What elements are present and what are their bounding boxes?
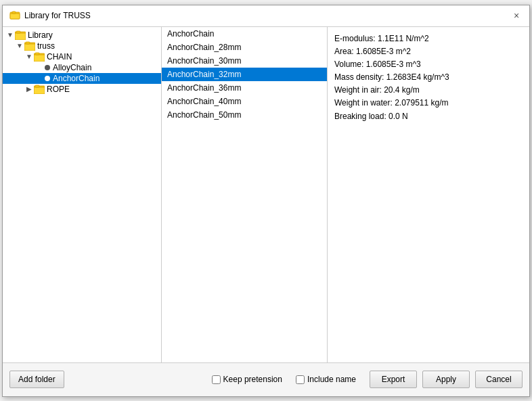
- prop-area: Area: 1.6085E-3 m^2: [334, 45, 523, 58]
- export-button[interactable]: Export: [370, 371, 417, 388]
- list-panel: AnchorChain AnchorChain_28mm AnchorChain…: [162, 27, 328, 362]
- prop-emodulus: E-modulus: 1.1E11 N/m^2: [334, 32, 523, 45]
- svg-rect-5: [16, 31, 20, 33]
- include-name-checkbox[interactable]: [296, 375, 305, 384]
- svg-rect-7: [24, 44, 35, 51]
- properties-panel: E-modulus: 1.1E11 N/m^2 Area: 1.6085E-3 …: [328, 27, 529, 362]
- list-item-anchorchain-30mm[interactable]: AnchorChain_30mm: [162, 54, 327, 68]
- folder-icon-rope: [34, 85, 45, 94]
- expander-truss[interactable]: ▼: [15, 41, 24, 51]
- dialog-title: Library for TRUSS: [24, 11, 91, 20]
- list-item-anchorchain-40mm[interactable]: AnchorChain_40mm: [162, 95, 327, 108]
- list-item-anchorchain-32mm[interactable]: AnchorChain_32mm: [162, 68, 327, 81]
- apply-button[interactable]: Apply: [422, 371, 470, 388]
- folder-icon-truss: [24, 41, 35, 51]
- folder-icon-chain: [34, 52, 45, 62]
- svg-rect-10: [34, 55, 45, 62]
- include-name-group: Include name: [296, 375, 356, 384]
- list-item-anchorchain-50mm[interactable]: AnchorChain_50mm: [162, 108, 327, 122]
- content-area: ▼ Library ▼ truss: [3, 27, 529, 362]
- svg-rect-2: [12, 11, 16, 14]
- tree-item-rope-label: ROPE: [47, 85, 70, 94]
- list-item-anchorchain-28mm[interactable]: AnchorChain_28mm: [162, 41, 327, 54]
- prop-massdensity: Mass density: 1.2683E4 kg/m^3: [334, 71, 523, 84]
- dialog-icon: [9, 10, 20, 21]
- bottom-left: Add folder: [9, 371, 64, 388]
- keep-pretension-checkbox[interactable]: [212, 375, 221, 384]
- tree-item-library-label: Library: [28, 30, 53, 40]
- prop-volume: Volume: 1.6085E-3 m^3: [334, 58, 523, 71]
- svg-rect-1: [10, 14, 20, 19]
- expander-library[interactable]: ▼: [5, 30, 15, 40]
- close-button[interactable]: ×: [510, 9, 523, 22]
- tree-item-chain[interactable]: ▼ CHAIN: [3, 51, 161, 62]
- tree-item-anchorchain-label: AnchorChain: [53, 74, 99, 83]
- include-name-label[interactable]: Include name: [307, 375, 356, 384]
- svg-rect-11: [35, 53, 39, 55]
- tree-panel: ▼ Library ▼ truss: [3, 27, 162, 362]
- tree-item-library[interactable]: ▼ Library: [3, 30, 161, 41]
- tree-item-anchorchain[interactable]: · AnchorChain: [3, 73, 161, 84]
- prop-weightair: Weight in air: 20.4 kg/m: [334, 84, 523, 97]
- list-item-anchorchain[interactable]: AnchorChain: [162, 27, 327, 41]
- svg-rect-4: [15, 33, 26, 40]
- title-bar-left: Library for TRUSS: [9, 10, 91, 21]
- bullet-anchorchain: [45, 76, 50, 81]
- prop-weightwater: Weight in water: 2.079511 kg/m: [334, 97, 523, 110]
- cancel-button[interactable]: Cancel: [475, 371, 523, 388]
- keep-pretension-label[interactable]: Keep pretension: [223, 375, 282, 384]
- prop-breakingload: Breaking load: 0.0 N: [334, 110, 523, 123]
- keep-pretension-group: Keep pretension: [212, 375, 282, 384]
- tree-item-alloychain-label: AlloyChain: [53, 63, 91, 72]
- tree-item-rope[interactable]: ▶ ROPE: [3, 84, 161, 95]
- svg-rect-14: [35, 85, 39, 87]
- title-bar: Library for TRUSS ×: [3, 5, 529, 27]
- expander-chain[interactable]: ▼: [24, 52, 34, 62]
- tree-item-alloychain[interactable]: · AlloyChain: [3, 62, 161, 73]
- add-folder-button[interactable]: Add folder: [9, 371, 64, 388]
- svg-rect-13: [34, 87, 45, 94]
- bullet-alloychain: [45, 65, 50, 70]
- bottom-right: Keep pretension Include name Export Appl…: [212, 371, 523, 388]
- tree-item-truss[interactable]: ▼ truss: [3, 41, 161, 51]
- list-item-anchorchain-36mm[interactable]: AnchorChain_36mm: [162, 81, 327, 95]
- expander-rope[interactable]: ▶: [24, 85, 34, 94]
- tree-item-truss-label: truss: [37, 41, 55, 51]
- library-dialog: Library for TRUSS × ▼ Library ▼: [2, 5, 530, 397]
- root-icon: [15, 30, 26, 40]
- svg-rect-8: [26, 42, 30, 44]
- bottom-bar: Add folder Keep pretension Include name …: [3, 362, 529, 396]
- tree-item-chain-label: CHAIN: [47, 52, 72, 62]
